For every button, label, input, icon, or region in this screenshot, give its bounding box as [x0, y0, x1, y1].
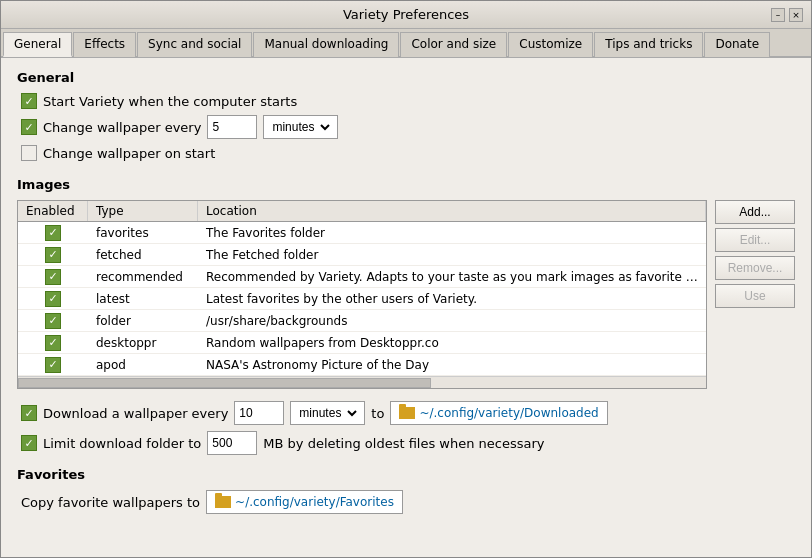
change-wallpaper-label: Change wallpaper every — [43, 120, 201, 135]
limit-label: Limit download folder to — [43, 436, 201, 451]
limit-size-input[interactable] — [207, 431, 257, 455]
main-window: Variety Preferences – × General Effects … — [0, 0, 812, 558]
favorites-row: Copy favorite wallpapers to ~/.config/va… — [17, 490, 795, 514]
favorites-label: Copy favorite wallpapers to — [21, 495, 200, 510]
start-variety-checkbox[interactable] — [21, 93, 37, 109]
cell-type: apod — [88, 356, 198, 374]
tab-effects[interactable]: Effects — [73, 32, 136, 57]
download-interval-input[interactable] — [234, 401, 284, 425]
limit-label2: MB by deleting oldest files when necessa… — [263, 436, 544, 451]
row-checkbox[interactable] — [45, 225, 61, 241]
download-row1: Download a wallpaper every minutes secon… — [17, 401, 795, 425]
favorites-folder-label[interactable]: ~/.config/variety/Favorites — [206, 490, 403, 514]
change-on-start-label: Change wallpaper on start — [43, 146, 215, 161]
change-wallpaper-checkbox[interactable] — [21, 119, 37, 135]
row-checkbox[interactable] — [45, 269, 61, 285]
cell-enabled — [18, 245, 88, 265]
table-scrollbar-thumb[interactable] — [18, 378, 431, 388]
tab-donate[interactable]: Donate — [704, 32, 770, 57]
download-folder-icon — [399, 407, 415, 419]
remove-button[interactable]: Remove... — [715, 256, 795, 280]
row-checkbox[interactable] — [45, 247, 61, 263]
cell-location: Random wallpapers from Desktoppr.co — [198, 334, 706, 352]
content-area: General Start Variety when the computer … — [1, 58, 811, 557]
start-variety-label: Start Variety when the computer starts — [43, 94, 297, 109]
table-row[interactable]: apodNASA's Astronomy Picture of the Day — [18, 354, 706, 376]
download-unit-wrapper[interactable]: minutes seconds hours — [290, 401, 365, 425]
cell-location: Latest favorites by the other users of V… — [198, 290, 706, 308]
favorites-folder-path: ~/.config/variety/Favorites — [235, 495, 394, 509]
download-row2: Limit download folder to MB by deleting … — [17, 431, 795, 455]
tab-general[interactable]: General — [3, 32, 72, 57]
change-wallpaper-row: Change wallpaper every minutes seconds h… — [17, 115, 795, 139]
cell-type: favorites — [88, 224, 198, 242]
change-wallpaper-input[interactable] — [207, 115, 257, 139]
cell-location: The Fetched folder — [198, 246, 706, 264]
general-section: General Start Variety when the computer … — [17, 70, 795, 161]
general-section-title: General — [17, 70, 795, 85]
col-header-type: Type — [88, 201, 198, 221]
images-section: Images Enabled Type Location favoritesTh… — [17, 177, 795, 389]
change-on-start-checkbox[interactable] — [21, 145, 37, 161]
table-row[interactable]: folder/usr/share/backgrounds — [18, 310, 706, 332]
download-to-label: to — [371, 406, 384, 421]
tab-tips-tricks[interactable]: Tips and tricks — [594, 32, 703, 57]
download-folder-label[interactable]: ~/.config/variety/Downloaded — [390, 401, 607, 425]
image-buttons: Add... Edit... Remove... Use — [715, 200, 795, 308]
cell-location: Recommended by Variety. Adapts to your t… — [198, 268, 706, 286]
tab-sync-social[interactable]: Sync and social — [137, 32, 252, 57]
table-row[interactable]: desktopprRandom wallpapers from Desktopp… — [18, 332, 706, 354]
row-checkbox[interactable] — [45, 291, 61, 307]
minimize-button[interactable]: – — [771, 8, 785, 22]
row-checkbox[interactable] — [45, 313, 61, 329]
close-button[interactable]: × — [789, 8, 803, 22]
window-title: Variety Preferences — [343, 7, 469, 22]
images-container: Enabled Type Location favoritesThe Favor… — [17, 200, 795, 389]
titlebar: Variety Preferences – × — [1, 1, 811, 29]
wallpaper-unit-select[interactable]: minutes seconds hours — [268, 119, 333, 135]
table-row[interactable]: recommendedRecommended by Variety. Adapt… — [18, 266, 706, 288]
table-body: favoritesThe Favorites folderfetchedThe … — [18, 222, 706, 376]
edit-button[interactable]: Edit... — [715, 228, 795, 252]
table-scrollbar[interactable] — [18, 376, 706, 388]
cell-enabled — [18, 267, 88, 287]
favorites-section: Favorites Copy favorite wallpapers to ~/… — [17, 467, 795, 514]
cell-enabled — [18, 311, 88, 331]
limit-folder-checkbox[interactable] — [21, 435, 37, 451]
wallpaper-unit-wrapper[interactable]: minutes seconds hours — [263, 115, 338, 139]
col-header-enabled: Enabled — [18, 201, 88, 221]
cell-location: NASA's Astronomy Picture of the Day — [198, 356, 706, 374]
download-unit-select[interactable]: minutes seconds hours — [295, 405, 360, 421]
download-section: Download a wallpaper every minutes secon… — [17, 401, 795, 455]
start-variety-row: Start Variety when the computer starts — [17, 93, 795, 109]
cell-type: latest — [88, 290, 198, 308]
images-table: Enabled Type Location favoritesThe Favor… — [17, 200, 707, 389]
download-folder-path: ~/.config/variety/Downloaded — [419, 406, 598, 420]
cell-enabled — [18, 289, 88, 309]
row-checkbox[interactable] — [45, 335, 61, 351]
cell-enabled — [18, 355, 88, 375]
cell-type: recommended — [88, 268, 198, 286]
use-button[interactable]: Use — [715, 284, 795, 308]
tab-customize[interactable]: Customize — [508, 32, 593, 57]
table-row[interactable]: fetchedThe Fetched folder — [18, 244, 706, 266]
col-header-location: Location — [198, 201, 706, 221]
change-on-start-row: Change wallpaper on start — [17, 145, 795, 161]
add-button[interactable]: Add... — [715, 200, 795, 224]
cell-location: /usr/share/backgrounds — [198, 312, 706, 330]
cell-enabled — [18, 223, 88, 243]
row-checkbox[interactable] — [45, 357, 61, 373]
table-row[interactable]: favoritesThe Favorites folder — [18, 222, 706, 244]
favorites-title: Favorites — [17, 467, 795, 482]
cell-enabled — [18, 333, 88, 353]
table-row[interactable]: latestLatest favorites by the other user… — [18, 288, 706, 310]
images-section-title: Images — [17, 177, 795, 192]
cell-location: The Favorites folder — [198, 224, 706, 242]
cell-type: fetched — [88, 246, 198, 264]
window-controls: – × — [771, 8, 803, 22]
favorites-folder-icon — [215, 496, 231, 508]
tab-color-size[interactable]: Color and size — [400, 32, 507, 57]
tabs-bar: General Effects Sync and social Manual d… — [1, 29, 811, 58]
download-checkbox[interactable] — [21, 405, 37, 421]
tab-manual-downloading[interactable]: Manual downloading — [253, 32, 399, 57]
